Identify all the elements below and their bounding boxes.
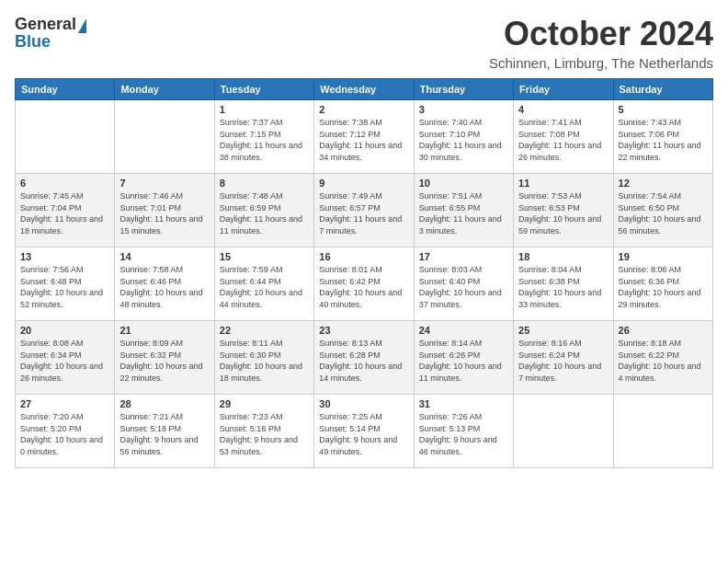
calendar-week-row: 6Sunrise: 7:45 AM Sunset: 7:04 PM Daylig… bbox=[16, 174, 713, 247]
day-info: Sunrise: 7:21 AM Sunset: 5:18 PM Dayligh… bbox=[119, 411, 209, 457]
calendar-day-cell: 1Sunrise: 7:37 AM Sunset: 7:15 PM Daylig… bbox=[214, 100, 313, 174]
day-number: 30 bbox=[319, 398, 408, 409]
day-info: Sunrise: 7:59 AM Sunset: 6:44 PM Dayligh… bbox=[220, 264, 309, 310]
day-number: 22 bbox=[220, 325, 309, 336]
day-info: Sunrise: 8:03 AM Sunset: 6:40 PM Dayligh… bbox=[419, 264, 508, 310]
day-info: Sunrise: 7:43 AM Sunset: 7:06 PM Dayligh… bbox=[619, 117, 708, 163]
day-header-monday: Monday bbox=[115, 79, 214, 100]
day-header-saturday: Saturday bbox=[613, 79, 712, 100]
logo-blue-text: Blue bbox=[15, 32, 51, 52]
day-info: Sunrise: 7:48 AM Sunset: 6:59 PM Dayligh… bbox=[220, 190, 309, 236]
calendar-day-cell: 3Sunrise: 7:40 AM Sunset: 7:10 PM Daylig… bbox=[414, 100, 513, 174]
calendar-day-cell: 15Sunrise: 7:59 AM Sunset: 6:44 PM Dayli… bbox=[214, 247, 313, 321]
day-number: 15 bbox=[220, 251, 309, 262]
day-number: 3 bbox=[419, 104, 508, 115]
day-number: 24 bbox=[419, 325, 508, 336]
day-number: 7 bbox=[119, 178, 209, 189]
calendar-day-cell: 12Sunrise: 7:54 AM Sunset: 6:50 PM Dayli… bbox=[613, 174, 712, 247]
calendar-day-cell: 26Sunrise: 8:18 AM Sunset: 6:22 PM Dayli… bbox=[613, 321, 712, 395]
day-number: 1 bbox=[220, 104, 309, 115]
day-info: Sunrise: 7:38 AM Sunset: 7:12 PM Dayligh… bbox=[319, 117, 408, 163]
day-number: 16 bbox=[319, 251, 408, 262]
calendar-day-cell: 14Sunrise: 7:58 AM Sunset: 6:46 PM Dayli… bbox=[115, 247, 214, 321]
logo-general-text: General bbox=[15, 15, 76, 34]
day-header-sunday: Sunday bbox=[16, 79, 115, 100]
calendar-week-row: 1Sunrise: 7:37 AM Sunset: 7:15 PM Daylig… bbox=[16, 100, 713, 174]
day-info: Sunrise: 7:56 AM Sunset: 6:48 PM Dayligh… bbox=[20, 264, 109, 310]
day-info: Sunrise: 8:09 AM Sunset: 6:32 PM Dayligh… bbox=[119, 338, 209, 384]
day-number: 20 bbox=[20, 325, 109, 336]
calendar-day-cell: 27Sunrise: 7:20 AM Sunset: 5:20 PM Dayli… bbox=[16, 395, 115, 468]
day-number: 4 bbox=[518, 104, 608, 115]
day-number: 31 bbox=[419, 398, 508, 409]
day-number: 19 bbox=[619, 251, 708, 262]
title-section: October 2024 Schinnen, Limburg, The Neth… bbox=[489, 15, 713, 71]
day-info: Sunrise: 8:14 AM Sunset: 6:26 PM Dayligh… bbox=[419, 338, 508, 384]
day-info: Sunrise: 8:04 AM Sunset: 6:38 PM Dayligh… bbox=[518, 264, 608, 310]
calendar-day-cell bbox=[115, 100, 214, 174]
calendar-day-cell: 10Sunrise: 7:51 AM Sunset: 6:55 PM Dayli… bbox=[414, 174, 513, 247]
calendar-day-cell bbox=[514, 395, 613, 468]
header: General Blue October 2024 Schinnen, Limb… bbox=[15, 15, 713, 71]
calendar-day-cell bbox=[16, 100, 115, 174]
day-number: 23 bbox=[319, 325, 408, 336]
day-info: Sunrise: 7:53 AM Sunset: 6:53 PM Dayligh… bbox=[518, 190, 608, 236]
day-number: 10 bbox=[419, 178, 508, 189]
calendar-day-cell: 24Sunrise: 8:14 AM Sunset: 6:26 PM Dayli… bbox=[414, 321, 513, 395]
calendar-day-cell: 29Sunrise: 7:23 AM Sunset: 5:16 PM Dayli… bbox=[214, 395, 313, 468]
day-header-thursday: Thursday bbox=[414, 79, 513, 100]
day-info: Sunrise: 7:40 AM Sunset: 7:10 PM Dayligh… bbox=[419, 117, 508, 163]
calendar-day-cell: 9Sunrise: 7:49 AM Sunset: 6:57 PM Daylig… bbox=[314, 174, 414, 247]
calendar-day-cell: 18Sunrise: 8:04 AM Sunset: 6:38 PM Dayli… bbox=[514, 247, 613, 321]
calendar: SundayMondayTuesdayWednesdayThursdayFrid… bbox=[15, 78, 713, 468]
day-info: Sunrise: 7:45 AM Sunset: 7:04 PM Dayligh… bbox=[20, 190, 109, 236]
calendar-day-cell: 7Sunrise: 7:46 AM Sunset: 7:01 PM Daylig… bbox=[115, 174, 214, 247]
calendar-day-cell: 2Sunrise: 7:38 AM Sunset: 7:12 PM Daylig… bbox=[314, 100, 414, 174]
location-title: Schinnen, Limburg, The Netherlands bbox=[489, 55, 713, 71]
calendar-day-cell: 16Sunrise: 8:01 AM Sunset: 6:42 PM Dayli… bbox=[314, 247, 414, 321]
calendar-day-cell: 17Sunrise: 8:03 AM Sunset: 6:40 PM Dayli… bbox=[414, 247, 513, 321]
day-number: 12 bbox=[619, 178, 708, 189]
day-info: Sunrise: 7:23 AM Sunset: 5:16 PM Dayligh… bbox=[220, 411, 309, 457]
logo-triangle-icon bbox=[78, 18, 86, 33]
day-info: Sunrise: 7:37 AM Sunset: 7:15 PM Dayligh… bbox=[220, 117, 309, 163]
day-info: Sunrise: 7:46 AM Sunset: 7:01 PM Dayligh… bbox=[119, 190, 209, 236]
calendar-day-cell: 30Sunrise: 7:25 AM Sunset: 5:14 PM Dayli… bbox=[314, 395, 414, 468]
day-info: Sunrise: 7:51 AM Sunset: 6:55 PM Dayligh… bbox=[419, 190, 508, 236]
day-number: 28 bbox=[119, 398, 209, 409]
day-info: Sunrise: 8:13 AM Sunset: 6:28 PM Dayligh… bbox=[319, 338, 408, 384]
day-number: 6 bbox=[20, 178, 109, 189]
calendar-day-cell bbox=[613, 395, 712, 468]
logo: General Blue bbox=[15, 15, 86, 52]
day-info: Sunrise: 8:08 AM Sunset: 6:34 PM Dayligh… bbox=[20, 338, 109, 384]
day-info: Sunrise: 8:16 AM Sunset: 6:24 PM Dayligh… bbox=[518, 338, 608, 384]
day-number: 27 bbox=[20, 398, 109, 409]
day-number: 21 bbox=[119, 325, 209, 336]
day-number: 11 bbox=[518, 178, 608, 189]
calendar-day-cell: 19Sunrise: 8:06 AM Sunset: 6:36 PM Dayli… bbox=[613, 247, 712, 321]
calendar-day-cell: 11Sunrise: 7:53 AM Sunset: 6:53 PM Dayli… bbox=[514, 174, 613, 247]
day-number: 29 bbox=[220, 398, 309, 409]
calendar-day-cell: 5Sunrise: 7:43 AM Sunset: 7:06 PM Daylig… bbox=[613, 100, 712, 174]
day-number: 17 bbox=[419, 251, 508, 262]
day-info: Sunrise: 8:18 AM Sunset: 6:22 PM Dayligh… bbox=[619, 338, 708, 384]
calendar-day-cell: 28Sunrise: 7:21 AM Sunset: 5:18 PM Dayli… bbox=[115, 395, 214, 468]
day-number: 26 bbox=[619, 325, 708, 336]
calendar-day-cell: 6Sunrise: 7:45 AM Sunset: 7:04 PM Daylig… bbox=[16, 174, 115, 247]
day-info: Sunrise: 7:54 AM Sunset: 6:50 PM Dayligh… bbox=[619, 190, 708, 236]
day-number: 2 bbox=[319, 104, 408, 115]
day-header-wednesday: Wednesday bbox=[314, 79, 414, 100]
day-number: 13 bbox=[20, 251, 109, 262]
month-title: October 2024 bbox=[489, 15, 713, 53]
day-number: 14 bbox=[119, 251, 209, 262]
day-info: Sunrise: 7:58 AM Sunset: 6:46 PM Dayligh… bbox=[119, 264, 209, 310]
calendar-week-row: 27Sunrise: 7:20 AM Sunset: 5:20 PM Dayli… bbox=[16, 395, 713, 468]
calendar-day-cell: 13Sunrise: 7:56 AM Sunset: 6:48 PM Dayli… bbox=[16, 247, 115, 321]
calendar-week-row: 20Sunrise: 8:08 AM Sunset: 6:34 PM Dayli… bbox=[16, 321, 713, 395]
day-info: Sunrise: 8:06 AM Sunset: 6:36 PM Dayligh… bbox=[619, 264, 708, 310]
calendar-day-cell: 22Sunrise: 8:11 AM Sunset: 6:30 PM Dayli… bbox=[214, 321, 313, 395]
day-number: 18 bbox=[518, 251, 608, 262]
day-info: Sunrise: 7:41 AM Sunset: 7:08 PM Dayligh… bbox=[518, 117, 608, 163]
calendar-day-cell: 23Sunrise: 8:13 AM Sunset: 6:28 PM Dayli… bbox=[314, 321, 414, 395]
calendar-day-cell: 4Sunrise: 7:41 AM Sunset: 7:08 PM Daylig… bbox=[514, 100, 613, 174]
